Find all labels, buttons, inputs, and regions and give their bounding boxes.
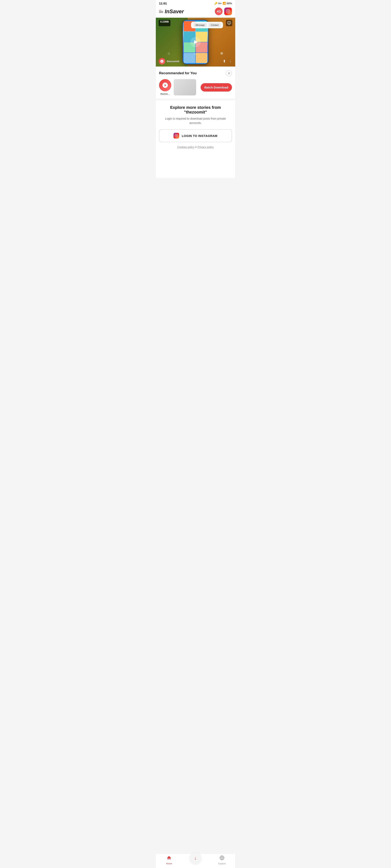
instagram-login-icon bbox=[173, 133, 179, 138]
policy-text: Cookies policy & Privacy policy bbox=[159, 146, 232, 149]
app-logo: InSaver bbox=[165, 8, 184, 14]
file-size-badge: 8.22MB bbox=[159, 20, 170, 26]
instagram-button[interactable] bbox=[224, 7, 232, 15]
signal-icon: 📶 bbox=[223, 2, 226, 5]
more-options-icon[interactable]: ⋮ bbox=[229, 59, 232, 63]
svg-point-1 bbox=[227, 11, 229, 12]
play-triangle-icon bbox=[194, 40, 198, 44]
svg-rect-4 bbox=[175, 134, 178, 137]
login-button-label: LOGIN TO INSTAGRAM bbox=[181, 134, 217, 137]
add-nav-small-icon: ⊕ bbox=[220, 51, 223, 56]
privacy-policy-link[interactable]: Privacy policy bbox=[198, 146, 214, 149]
home-nav-small-icon: ⌂ bbox=[168, 51, 170, 56]
svg-rect-0 bbox=[226, 10, 230, 13]
menu-dot-line bbox=[159, 10, 162, 10]
header-right: AD bbox=[215, 7, 232, 15]
share-icon[interactable]: ⬆ bbox=[223, 59, 226, 63]
author-name: thezoomit bbox=[167, 60, 179, 63]
vpn-icon: 🔑 bbox=[214, 2, 218, 5]
svg-point-5 bbox=[176, 135, 177, 136]
explore-section: Explore more stories from "thezoomit" Lo… bbox=[156, 100, 235, 153]
recommended-content: thezoo... Batch Download bbox=[159, 79, 232, 95]
menu-line-3 bbox=[159, 12, 163, 13]
video-queue-icon[interactable] bbox=[226, 20, 232, 26]
account-name: thezoo... bbox=[161, 93, 170, 95]
play-button[interactable] bbox=[190, 37, 201, 47]
story-thumb-1[interactable] bbox=[174, 79, 196, 95]
recommended-section: Recommended for You ✕ thezoo... Batch Do… bbox=[156, 67, 235, 99]
menu-line-2 bbox=[159, 11, 163, 11]
app-header: InSaver AD bbox=[156, 6, 235, 18]
account-avatar[interactable] bbox=[159, 79, 171, 91]
header-left: InSaver bbox=[159, 8, 184, 14]
svg-rect-3 bbox=[228, 22, 231, 24]
login-instagram-button[interactable]: LOGIN TO INSTAGRAM bbox=[159, 129, 232, 142]
explore-subtitle: Login is required to download posts from… bbox=[159, 117, 232, 125]
account-info: thezoo... bbox=[159, 79, 171, 95]
author-avatar[interactable] bbox=[159, 58, 165, 64]
video-author: thezoomit bbox=[159, 58, 179, 64]
video-section: Message Contact 8.22MB thezoomit bbox=[156, 18, 235, 66]
story-thumbnails bbox=[174, 79, 198, 95]
policy-separator: & bbox=[194, 146, 198, 149]
status-icons: 🔑 H+ 📶 68% bbox=[214, 2, 232, 5]
explore-title: Explore more stories from "thezoomit" bbox=[159, 105, 232, 115]
video-nav-bar: ⌂ ⌕ ⊕ bbox=[156, 50, 235, 57]
search-nav-small-icon: ⌕ bbox=[194, 51, 196, 56]
recommended-header: Recommended for You ✕ bbox=[159, 70, 232, 76]
video-actions: ⬆ ⋮ bbox=[223, 59, 232, 63]
svg-point-6 bbox=[177, 135, 177, 135]
content-spacer bbox=[156, 153, 235, 178]
user-avatar-button[interactable]: AD bbox=[215, 7, 223, 15]
battery-level: 68% bbox=[227, 2, 232, 5]
cookies-policy-link[interactable]: Cookies policy bbox=[177, 146, 194, 149]
status-bar: 11:01 🔑 H+ 📶 68% bbox=[156, 0, 235, 6]
svg-point-2 bbox=[229, 10, 229, 11]
menu-button[interactable] bbox=[159, 10, 163, 13]
video-overlay-top: 8.22MB bbox=[156, 18, 235, 28]
recommended-title: Recommended for You bbox=[159, 71, 197, 75]
batch-download-button[interactable]: Batch Download bbox=[201, 83, 232, 92]
close-recommended-button[interactable]: ✕ bbox=[226, 70, 232, 76]
status-time: 11:01 bbox=[159, 2, 167, 5]
video-bottom: thezoomit ⬆ ⋮ bbox=[156, 56, 235, 66]
network-type: H+ bbox=[218, 2, 222, 5]
